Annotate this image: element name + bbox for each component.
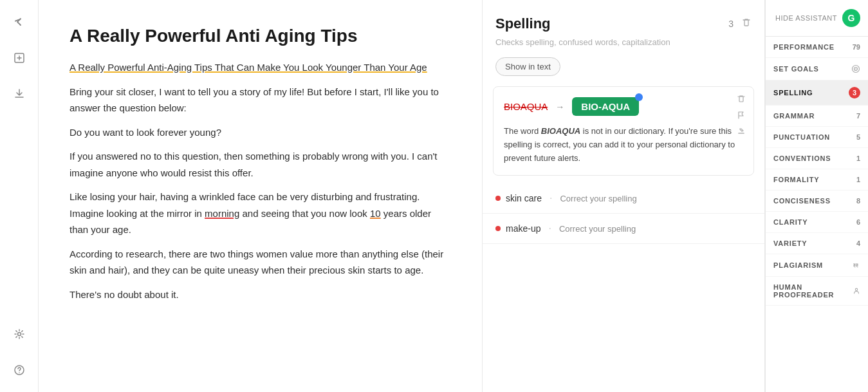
menu-label-set-goals: SET GOALS bbox=[773, 65, 819, 73]
error-dot-1 bbox=[495, 196, 501, 201]
card-edit-button[interactable] bbox=[737, 127, 746, 138]
svg-point-4 bbox=[19, 372, 20, 373]
menu-variety[interactable]: VARIETY 4 bbox=[766, 233, 868, 254]
spelling-description: The word BIOAQUA is not in our dictionar… bbox=[504, 125, 743, 165]
menu-label-performance: PERFORMANCE bbox=[773, 43, 835, 51]
menu-label-plagiarism: PLAGIARISM bbox=[773, 261, 823, 269]
document-title: A Really Powerful Anti Aging Tips bbox=[69, 26, 451, 46]
paragraph-7: There's no doubt about it. bbox=[69, 286, 451, 303]
spelling-title: Spelling bbox=[495, 15, 551, 32]
menu-label-conventions: CONVENTIONS bbox=[773, 154, 831, 162]
menu-label-conciseness: CONCISENESS bbox=[773, 197, 831, 205]
menu-badge-conciseness: 8 bbox=[856, 197, 860, 205]
menu-badge-spelling: 3 bbox=[849, 87, 860, 98]
suggestions-panel: Spelling 3 Checks spelling, confused wor… bbox=[482, 0, 765, 392]
paragraph-1: A Really Powerful Anti-Aging Tips That C… bbox=[69, 59, 451, 76]
menu-conciseness[interactable]: CONCISENESS 8 bbox=[766, 191, 868, 212]
card-actions bbox=[737, 95, 746, 138]
underlined-morning: morning bbox=[205, 208, 239, 219]
paragraph-6: According to research, there are two thi… bbox=[69, 246, 451, 279]
paragraph-2: Bring your sit closer, I want to tell yo… bbox=[69, 84, 451, 117]
right-sidebar: HIDE ASSISTANT G PERFORMANCE 79 SET GOAL… bbox=[765, 0, 868, 392]
hide-assistant-label: HIDE ASSISTANT bbox=[775, 14, 837, 22]
download-button[interactable] bbox=[8, 82, 31, 106]
card-flag-button[interactable] bbox=[737, 111, 746, 122]
suggestion-row: BIOAQUA → BIO-AQUA bbox=[504, 97, 743, 116]
svg-point-2 bbox=[17, 333, 21, 336]
show-in-text-button[interactable]: Show in text bbox=[495, 57, 560, 76]
menu-human-proofreader[interactable]: HUMAN PROOFREADER bbox=[766, 277, 868, 306]
target-icon bbox=[851, 64, 860, 73]
menu-label-variety: VARIETY bbox=[773, 239, 807, 247]
menu-badge-conventions: 1 bbox=[856, 154, 860, 162]
menu-punctuation[interactable]: PUNCTUATION 5 bbox=[766, 127, 868, 148]
header-right: 3 bbox=[728, 17, 752, 30]
menu-plagiarism[interactable]: PLAGIARISM bbox=[766, 254, 868, 277]
menu-label-clarity: CLARITY bbox=[773, 218, 808, 226]
menu-badge-punctuation: 5 bbox=[856, 133, 860, 141]
spelling-item-2[interactable]: make-up · Correct your spelling bbox=[483, 214, 764, 244]
compose-button[interactable] bbox=[8, 46, 31, 70]
menu-badge-performance: 79 bbox=[853, 43, 860, 51]
menu-badge-formality: 1 bbox=[856, 176, 860, 183]
editor-area: A Really Powerful Anti Aging Tips A Real… bbox=[39, 0, 482, 392]
menu-label-spelling: SPELLING bbox=[773, 89, 813, 97]
spelling-action-2: Correct your spelling bbox=[559, 224, 636, 234]
card-delete-button[interactable] bbox=[737, 95, 746, 106]
person-icon bbox=[853, 286, 860, 295]
menu-grammar[interactable]: GRAMMAR 7 bbox=[766, 106, 868, 127]
spelling-correction-card: BIOAQUA → BIO-AQUA The word BIOAQUA is n… bbox=[493, 86, 754, 176]
spelling-word-2: make-up bbox=[506, 223, 540, 234]
back-button[interactable] bbox=[8, 10, 31, 33]
arrow-icon: → bbox=[555, 102, 564, 112]
menu-badge-grammar: 7 bbox=[856, 112, 860, 120]
spelling-action-1: Correct your spelling bbox=[560, 194, 636, 203]
paragraph-3: Do you want to look forever young? bbox=[69, 124, 451, 141]
menu-performance[interactable]: PERFORMANCE 79 bbox=[766, 37, 868, 58]
menu-spelling[interactable]: SPELLING 3 bbox=[766, 80, 868, 106]
menu-label-human-proofreader: HUMAN PROOFREADER bbox=[773, 283, 853, 299]
menu-conventions[interactable]: CONVENTIONS 1 bbox=[766, 148, 868, 169]
paragraph-4: If you answered no to this question, the… bbox=[69, 148, 451, 181]
spelling-subtitle: Checks spelling, confused words, capital… bbox=[483, 37, 764, 57]
menu-formality[interactable]: FORMALITY 1 bbox=[766, 169, 868, 191]
menu-label-grammar: GRAMMAR bbox=[773, 112, 815, 120]
delete-all-button[interactable] bbox=[741, 17, 752, 30]
menu-label-formality: FORMALITY bbox=[773, 176, 819, 183]
menu-badge-variety: 4 bbox=[856, 239, 860, 247]
menu-badge-clarity: 6 bbox=[856, 218, 860, 226]
underlined-comma: , bbox=[154, 86, 156, 97]
grammarly-icon[interactable]: G bbox=[842, 9, 860, 27]
spelling-item-1[interactable]: skin care · Correct your spelling bbox=[483, 183, 764, 214]
spelling-count: 3 bbox=[728, 19, 734, 29]
settings-button[interactable] bbox=[8, 322, 31, 346]
left-sidebar bbox=[0, 0, 39, 392]
menu-label-punctuation: PUNCTUATION bbox=[773, 133, 830, 141]
underlined-10: 10 bbox=[370, 208, 381, 219]
spelling-word-1: skin care bbox=[506, 193, 542, 203]
error-dot-2 bbox=[495, 226, 501, 231]
wrong-word: BIOAQUA bbox=[504, 101, 548, 112]
underlined-text-1: A Really Powerful Anti-Aging Tips That C… bbox=[69, 62, 427, 73]
blue-dot-indicator bbox=[635, 93, 643, 101]
correct-word-button[interactable]: BIO-AQUA bbox=[572, 97, 639, 116]
suggestions-header: Spelling 3 bbox=[483, 0, 764, 37]
right-top-bar: HIDE ASSISTANT G bbox=[766, 0, 868, 37]
menu-clarity[interactable]: CLARITY 6 bbox=[766, 212, 868, 233]
help-button[interactable] bbox=[8, 359, 31, 382]
svg-point-8 bbox=[855, 68, 856, 70]
paragraph-5: Like losing your hair, having a wrinkled… bbox=[69, 189, 451, 238]
menu-set-goals[interactable]: SET GOALS bbox=[766, 58, 868, 80]
quote-icon bbox=[851, 261, 860, 270]
svg-point-9 bbox=[855, 288, 857, 290]
